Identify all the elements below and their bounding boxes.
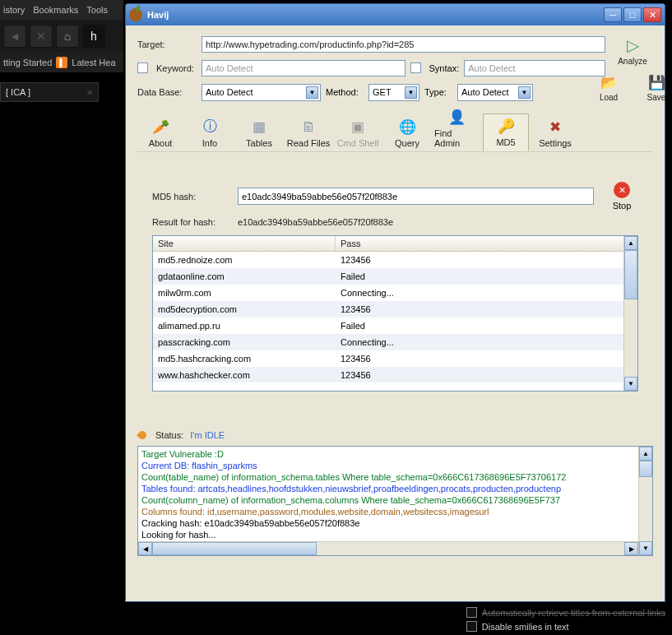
scroll-down-icon[interactable]: ▼	[639, 541, 652, 555]
md5-hash-label: MD5 hash:	[152, 192, 226, 202]
tab-title: [ ICA ]	[6, 87, 30, 97]
keyword-check[interactable]: Keyword:	[137, 63, 195, 73]
stop-icon[interactable]: ✕	[614, 182, 630, 198]
table-row[interactable]: alimamed.pp.ruFailed	[153, 318, 637, 334]
log-line: Cracking hash: e10adc3949ba59abbe56e057f…	[141, 517, 649, 529]
bookmark-latest-headlines[interactable]: Latest Hea	[72, 58, 115, 67]
tab-readfiles[interactable]: 🗎Read Files	[285, 114, 331, 151]
close-icon[interactable]: ✕	[86, 88, 93, 97]
tab-info[interactable]: ⓘInfo	[187, 114, 233, 151]
table-row[interactable]: md5decryption.com123456	[153, 301, 637, 318]
method-select[interactable]: GET▼	[368, 84, 419, 101]
table-scrollbar[interactable]: ▲ ▼	[623, 236, 637, 391]
scroll-right-icon[interactable]: ▶	[624, 542, 638, 555]
col-site[interactable]: Site	[153, 236, 336, 251]
main-toolbar: 🥕About ⓘInfo ▦Tables 🗎Read Files ▣Cmd Sh…	[137, 114, 653, 152]
tab-findadmin[interactable]: 👤Find Admin	[433, 114, 480, 151]
scroll-thumb[interactable]	[152, 542, 317, 555]
scroll-thumb[interactable]	[639, 461, 652, 477]
tab-settings[interactable]: ✖Settings	[532, 114, 578, 151]
syntax-label: Syntax:	[429, 63, 460, 73]
tables-icon: ▦	[253, 118, 266, 136]
maximize-button[interactable]: □	[623, 7, 642, 22]
titlebar[interactable]: Havij ─ □ ✕	[126, 4, 665, 25]
key-icon: 🔑	[498, 118, 515, 135]
col-pass[interactable]: Pass	[336, 236, 637, 251]
back-button[interactable]: ◄	[3, 25, 26, 48]
scroll-up-icon[interactable]: ▲	[639, 447, 652, 461]
save-button[interactable]: Save	[647, 93, 666, 102]
tab-tables[interactable]: ▦Tables	[236, 114, 282, 151]
checkbox-icon[interactable]	[137, 63, 148, 73]
table-row[interactable]: md5.hashcracking.com123456	[153, 350, 637, 367]
bookmark-getting-started[interactable]: tting Started	[3, 58, 52, 67]
table-row[interactable]: passcracking.comConnecting...	[153, 334, 637, 350]
log-line: Tables found: artcats,headlines,hoofdstu…	[141, 483, 649, 494]
carrot-icon	[137, 429, 149, 441]
rss-icon: ▌	[56, 57, 67, 68]
tab-about[interactable]: 🥕About	[137, 114, 183, 151]
site-icon: h	[82, 25, 105, 48]
scroll-left-icon[interactable]: ◀	[138, 542, 152, 555]
tab-cmdshell: ▣Cmd Shell	[335, 114, 381, 151]
query-icon: 🌐	[399, 118, 416, 136]
scroll-up-icon[interactable]: ▲	[624, 236, 637, 250]
log-line: Columns found: id,username,password,modu…	[141, 506, 649, 517]
log-line: Looking for hash...	[141, 529, 649, 540]
log-line: Count(column_name) of information_schema…	[141, 494, 649, 506]
tab-md5[interactable]: 🔑MD5	[483, 114, 529, 151]
chevron-down-icon: ▼	[518, 86, 531, 99]
terminal-icon: ▣	[351, 118, 364, 136]
type-label: Type:	[424, 87, 452, 97]
md5-panel: MD5 hash: ✕ Stop Result for hash: e10adc…	[137, 167, 653, 406]
log-line: Current DB: flashin_sparkms	[141, 460, 649, 471]
tab-query[interactable]: 🌐Query	[384, 114, 430, 151]
analyze-button[interactable]: Analyze	[618, 57, 647, 66]
opt-auto-titles[interactable]: Automatically retrieve titles from exter…	[466, 607, 665, 618]
disk-icon[interactable]: 💾	[648, 74, 665, 91]
results-table: Site Pass md5.rednoize.com123456gdataonl…	[152, 235, 638, 392]
database-label: Data Base:	[137, 87, 195, 97]
log-line: Count(table_name) of information_schema.…	[141, 471, 649, 483]
settings-icon: ✖	[549, 118, 561, 136]
page-footer-options: Automatically retrieve titles from exter…	[466, 607, 665, 632]
log-vscroll[interactable]: ▲ ▼	[638, 447, 652, 555]
checkbox-icon[interactable]	[410, 63, 421, 73]
chevron-down-icon: ▼	[306, 86, 318, 99]
target-input[interactable]	[202, 36, 605, 53]
database-select[interactable]: Auto Detect▼	[202, 84, 321, 101]
target-label: Target:	[137, 39, 195, 49]
table-row[interactable]: md5.rednoize.com123456	[153, 252, 637, 268]
stop-button[interactable]: Stop	[613, 201, 632, 211]
minimize-button[interactable]: ─	[604, 7, 622, 22]
file-icon: 🗎	[302, 119, 316, 136]
home-button[interactable]: ⌂	[56, 25, 79, 48]
browser-toolbar: ◄ ✕ ⌂ h	[0, 20, 123, 53]
close-button[interactable]: ✕	[643, 7, 661, 22]
opt-disable-smilies[interactable]: Disable smilies in text	[466, 621, 665, 632]
stop-button[interactable]: ✕	[30, 25, 53, 48]
bookmark-bar: tting Started ▌ Latest Hea	[0, 53, 123, 72]
scroll-down-icon[interactable]: ▼	[624, 377, 637, 391]
table-row[interactable]: gdataonline.comFailed	[153, 268, 637, 285]
table-row[interactable]: www.hashchecker.com123456	[153, 367, 637, 382]
analyze-icon[interactable]: ▷	[627, 35, 639, 55]
status-value: I'm IDLE	[190, 430, 225, 440]
browser-tab[interactable]: [ ICA ] ✕	[0, 82, 99, 102]
md5-hash-input[interactable]	[238, 188, 594, 205]
log-hscroll[interactable]: ◀ ▶	[138, 541, 638, 555]
menu-bookmarks[interactable]: Bookmarks	[33, 5, 78, 15]
keyword-input[interactable]	[202, 60, 406, 76]
havij-window: Havij ─ □ ✕ Target: ▷ Analyze 📂 Load	[125, 3, 665, 602]
browser-menu: istory Bookmarks Tools	[0, 0, 123, 20]
scroll-thumb[interactable]	[624, 250, 637, 299]
window-title: Havij	[147, 10, 169, 20]
method-label: Method:	[326, 87, 364, 97]
menu-history[interactable]: istory	[3, 5, 25, 15]
type-select[interactable]: Auto Detect▼	[457, 84, 533, 101]
table-row[interactable]: milw0rm.comConnecting...	[153, 285, 637, 301]
syntax-input[interactable]	[464, 60, 605, 76]
status-row: Status: I'm IDLE	[137, 429, 653, 441]
info-icon: ⓘ	[203, 117, 217, 136]
menu-tools[interactable]: Tools	[86, 5, 108, 15]
